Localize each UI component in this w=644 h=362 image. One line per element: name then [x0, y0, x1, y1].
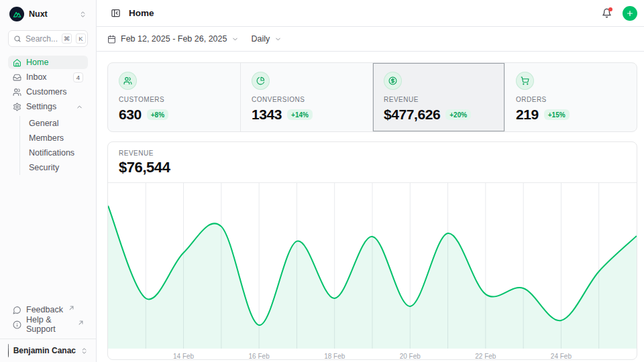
stat-delta-badge: +8% [147, 109, 168, 120]
sidebar-item-members[interactable]: Members [20, 131, 88, 145]
stat-value: $477,626 [384, 107, 440, 123]
notification-dot [608, 7, 612, 11]
feedback-link[interactable]: Feedback [8, 303, 88, 316]
info-circle-icon [13, 320, 21, 329]
kbd-k: K [76, 34, 86, 44]
revenue-chart-card: REVENUE $76,544 14 Feb16 Feb18 Feb20 Feb… [107, 141, 637, 360]
plus-icon [626, 9, 634, 17]
pie-chart-icon [256, 76, 265, 85]
sidebar-item-general[interactable]: General [20, 116, 88, 131]
page-content: CUSTOMERS 630 +8% CONVERSIONS 1343 +14% [97, 52, 644, 362]
stat-value: 630 [119, 107, 142, 123]
sidebar-spacer [8, 175, 88, 303]
page-title: Home [129, 8, 593, 18]
stat-label: ORDERS [516, 96, 626, 103]
revenue-chart-label: REVENUE [119, 149, 626, 157]
stat-delta-badge: +15% [544, 109, 570, 120]
svg-text:14 Feb: 14 Feb [173, 353, 195, 360]
svg-text:18 Feb: 18 Feb [324, 353, 345, 360]
svg-text:16 Feb: 16 Feb [249, 353, 270, 360]
external-link-icon [78, 318, 83, 327]
kbd-meta: ⌘ [62, 34, 72, 44]
date-range-label: Feb 12, 2025 - Feb 26, 2025 [121, 34, 227, 44]
stat-value: 219 [516, 107, 539, 123]
search-placeholder: Search... [25, 34, 58, 44]
revenue-chart-header: REVENUE $76,544 [108, 142, 637, 183]
nuxt-logo-icon [9, 7, 24, 21]
house-icon [13, 58, 21, 67]
revenue-area-chart: 14 Feb16 Feb18 Feb20 Feb22 Feb24 Feb [108, 183, 637, 360]
app-root: Nuxt Search... ⌘ K Home [0, 0, 644, 362]
stats-row: CUSTOMERS 630 +8% CONVERSIONS 1343 +14% [107, 62, 637, 132]
help-support-label: Help & Support [26, 315, 72, 334]
sidebar-collapse-button[interactable] [107, 5, 123, 21]
message-circle-icon [13, 306, 21, 314]
sidebar-item-settings[interactable]: Settings [8, 100, 88, 113]
circle-dollar-icon [388, 76, 397, 85]
notifications-button[interactable] [598, 5, 614, 21]
chevrons-up-down-icon [79, 11, 87, 18]
sidebar-item-home[interactable]: Home [8, 56, 88, 69]
calendar-icon [107, 35, 116, 44]
filters-toolbar: Feb 12, 2025 - Feb 26, 2025 Daily [97, 27, 644, 52]
stat-label: REVENUE [384, 96, 494, 103]
sidebar-item-customers[interactable]: Customers [8, 85, 88, 99]
stat-card-revenue[interactable]: REVENUE $477,626 +20% [372, 63, 504, 131]
gear-icon [13, 103, 21, 111]
stat-delta-badge: +20% [445, 109, 471, 120]
sidebar-item-label: Home [26, 58, 83, 67]
help-support-link[interactable]: Help & Support [8, 318, 88, 331]
stat-card-customers[interactable]: CUSTOMERS 630 +8% [108, 63, 240, 131]
external-link-icon [69, 303, 74, 312]
sidebar-item-label: Settings [26, 102, 71, 111]
revenue-chart-value: $76,544 [119, 159, 626, 176]
stat-card-orders[interactable]: ORDERS 219 +15% [504, 63, 637, 131]
search-icon [13, 35, 21, 43]
user-menu[interactable]: Benjamin Canac [0, 339, 96, 362]
svg-text:20 Feb: 20 Feb [400, 353, 421, 360]
user-name: Benjamin Canac [13, 346, 76, 355]
sidebar-item-label: Inbox [26, 72, 68, 82]
search-input[interactable]: Search... ⌘ K [8, 30, 88, 47]
svg-text:22 Feb: 22 Feb [475, 353, 496, 360]
sidebar: Nuxt Search... ⌘ K Home [0, 0, 97, 362]
period-label: Daily [251, 34, 270, 44]
settings-subnav: General Members Notifications Security [19, 116, 88, 175]
stat-label: CONVERSIONS [252, 96, 362, 103]
chevrons-up-down-icon [80, 347, 88, 355]
sidebar-footer: Feedback Help & Support [8, 303, 88, 335]
stat-label: CUSTOMERS [119, 96, 229, 103]
add-button[interactable] [623, 6, 637, 21]
period-select[interactable]: Daily [251, 34, 282, 44]
top-header: Home [97, 0, 644, 27]
panel-collapse-icon [111, 8, 121, 18]
user-avatar [8, 344, 9, 357]
chevron-down-icon [274, 36, 282, 43]
feedback-label: Feedback [26, 305, 63, 314]
users-icon [13, 88, 21, 97]
sidebar-item-inbox[interactable]: Inbox 4 [8, 70, 88, 84]
sidebar-item-label: Customers [26, 87, 83, 97]
sidebar-item-security[interactable]: Security [20, 160, 88, 175]
stat-delta-badge: +14% [287, 109, 313, 120]
inbox-count-badge: 4 [73, 72, 83, 82]
shopping-cart-icon [521, 76, 529, 85]
inbox-icon [13, 73, 21, 82]
sidebar-item-notifications[interactable]: Notifications [20, 145, 88, 160]
sidebar-nav: Home Inbox 4 Customers Settings [8, 56, 88, 175]
team-switcher[interactable]: Nuxt [8, 5, 88, 23]
date-range-picker[interactable]: Feb 12, 2025 - Feb 26, 2025 [107, 34, 239, 44]
main-area: Home Feb 12, 2025 - Feb 26, 2025 [97, 0, 644, 362]
stat-card-conversions[interactable]: CONVERSIONS 1343 +14% [240, 63, 372, 131]
chevron-up-icon [76, 103, 83, 111]
team-name: Nuxt [29, 9, 74, 19]
chevron-down-icon [231, 36, 239, 43]
stat-value: 1343 [252, 107, 282, 123]
users-icon [123, 76, 132, 85]
svg-text:24 Feb: 24 Feb [551, 353, 572, 360]
